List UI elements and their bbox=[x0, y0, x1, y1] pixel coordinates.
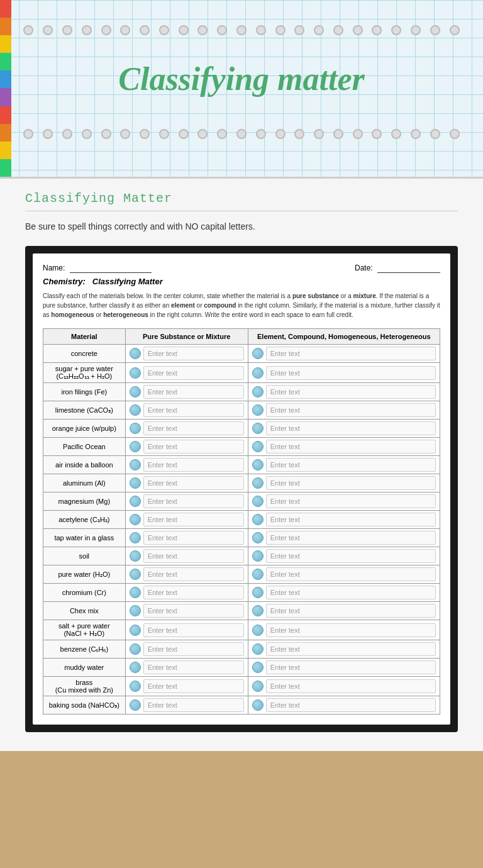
pure-substance-input-18[interactable] bbox=[143, 679, 244, 693]
element-compound-cell[interactable] bbox=[248, 547, 440, 565]
pure-substance-input-19[interactable] bbox=[143, 698, 244, 712]
pure-substance-input-9[interactable] bbox=[143, 513, 244, 526]
element-compound-input-16[interactable] bbox=[266, 642, 436, 656]
material-cell: sugar + pure water (C₁₂H₂₂O₁₁ + H₂O) bbox=[43, 363, 126, 383]
pure-substance-cell[interactable] bbox=[125, 696, 248, 715]
pure-substance-cell[interactable] bbox=[125, 565, 248, 584]
element-compound-cell[interactable] bbox=[248, 363, 440, 383]
element-compound-input-3[interactable] bbox=[266, 403, 436, 417]
pure-substance-input-8[interactable] bbox=[143, 494, 244, 508]
element-compound-cell[interactable] bbox=[248, 474, 440, 492]
circle-dot-icon bbox=[130, 662, 141, 673]
pure-substance-input-17[interactable] bbox=[143, 660, 244, 674]
pure-substance-cell[interactable] bbox=[125, 677, 248, 696]
element-compound-cell[interactable] bbox=[248, 696, 440, 715]
element-compound-input-6[interactable] bbox=[266, 458, 436, 472]
material-cell: chromium (Cr) bbox=[43, 584, 126, 602]
pure-substance-cell[interactable] bbox=[125, 474, 248, 492]
element-compound-cell[interactable] bbox=[248, 438, 440, 456]
pure-substance-cell[interactable] bbox=[125, 659, 248, 677]
element-compound-input-14[interactable] bbox=[266, 604, 436, 618]
material-cell: aluminum (Al) bbox=[43, 474, 126, 492]
element-compound-input-7[interactable] bbox=[266, 476, 436, 490]
circle-dot-icon bbox=[252, 459, 264, 470]
circle-dot-icon bbox=[130, 367, 141, 379]
element-compound-input-12[interactable] bbox=[266, 567, 436, 581]
pure-substance-input-12[interactable] bbox=[143, 567, 244, 581]
pure-substance-input-14[interactable] bbox=[143, 604, 244, 618]
pure-substance-cell[interactable] bbox=[125, 529, 248, 547]
pure-substance-cell[interactable] bbox=[125, 420, 248, 438]
element-compound-cell[interactable] bbox=[248, 345, 440, 363]
table-row: tap water in a glass bbox=[43, 529, 440, 547]
circle-dot-icon bbox=[252, 681, 264, 692]
pure-substance-input-7[interactable] bbox=[143, 476, 244, 490]
pure-substance-cell[interactable] bbox=[125, 345, 248, 363]
pure-substance-cell[interactable] bbox=[125, 602, 248, 620]
element-compound-input-1[interactable] bbox=[266, 366, 436, 380]
circle-dot-icon bbox=[130, 699, 141, 711]
table-row: aluminum (Al) bbox=[43, 474, 440, 492]
element-compound-input-5[interactable] bbox=[266, 440, 436, 453]
material-cell: orange juice (w/pulp) bbox=[43, 420, 126, 438]
element-compound-cell[interactable] bbox=[248, 383, 440, 401]
element-compound-cell[interactable] bbox=[248, 529, 440, 547]
element-compound-input-17[interactable] bbox=[266, 660, 436, 674]
element-compound-input-19[interactable] bbox=[266, 698, 436, 712]
pure-substance-cell[interactable] bbox=[125, 383, 248, 401]
material-cell: baking soda (NaHCO₃) bbox=[43, 696, 126, 715]
circle-dot-icon bbox=[130, 625, 141, 636]
element-compound-input-9[interactable] bbox=[266, 513, 436, 526]
circle-dot-icon bbox=[130, 587, 141, 598]
element-compound-input-8[interactable] bbox=[266, 494, 436, 508]
pure-substance-input-13[interactable] bbox=[143, 586, 244, 599]
pure-substance-input-3[interactable] bbox=[143, 403, 244, 417]
element-compound-input-15[interactable] bbox=[266, 623, 436, 637]
pure-substance-input-2[interactable] bbox=[143, 385, 244, 399]
pure-substance-cell[interactable] bbox=[125, 547, 248, 565]
element-compound-cell[interactable] bbox=[248, 659, 440, 677]
circle-dot-icon bbox=[252, 496, 264, 507]
subject-label: Chemistry: bbox=[43, 277, 86, 286]
element-compound-cell[interactable] bbox=[248, 565, 440, 584]
element-compound-input-10[interactable] bbox=[266, 531, 436, 545]
pure-substance-cell[interactable] bbox=[125, 640, 248, 659]
element-compound-input-0[interactable] bbox=[266, 347, 436, 360]
pure-substance-input-5[interactable] bbox=[143, 440, 244, 453]
pure-substance-cell[interactable] bbox=[125, 401, 248, 420]
material-cell: acetylene (C₂H₂) bbox=[43, 511, 126, 529]
pure-substance-cell[interactable] bbox=[125, 363, 248, 383]
pure-substance-input-11[interactable] bbox=[143, 549, 244, 563]
element-compound-cell[interactable] bbox=[248, 456, 440, 474]
element-compound-input-4[interactable] bbox=[266, 421, 436, 435]
element-compound-cell[interactable] bbox=[248, 584, 440, 602]
pure-substance-input-0[interactable] bbox=[143, 347, 244, 360]
pure-substance-cell[interactable] bbox=[125, 492, 248, 511]
element-compound-input-2[interactable] bbox=[266, 385, 436, 399]
element-compound-cell[interactable] bbox=[248, 620, 440, 640]
element-compound-input-13[interactable] bbox=[266, 586, 436, 599]
element-compound-cell[interactable] bbox=[248, 492, 440, 511]
pure-substance-input-10[interactable] bbox=[143, 531, 244, 545]
pure-substance-input-1[interactable] bbox=[143, 366, 244, 380]
table-row: magnesium (Mg) bbox=[43, 492, 440, 511]
element-compound-cell[interactable] bbox=[248, 677, 440, 696]
pure-substance-cell[interactable] bbox=[125, 584, 248, 602]
element-compound-cell[interactable] bbox=[248, 401, 440, 420]
element-compound-cell[interactable] bbox=[248, 602, 440, 620]
pure-substance-cell[interactable] bbox=[125, 511, 248, 529]
element-compound-cell[interactable] bbox=[248, 511, 440, 529]
pure-substance-input-4[interactable] bbox=[143, 421, 244, 435]
element-compound-cell[interactable] bbox=[248, 640, 440, 659]
pure-substance-input-16[interactable] bbox=[143, 642, 244, 656]
element-compound-cell[interactable] bbox=[248, 420, 440, 438]
table-row: air inside a balloon bbox=[43, 456, 440, 474]
pure-substance-input-6[interactable] bbox=[143, 458, 244, 472]
element-compound-input-11[interactable] bbox=[266, 549, 436, 563]
pure-substance-cell[interactable] bbox=[125, 438, 248, 456]
element-compound-input-18[interactable] bbox=[266, 679, 436, 693]
pure-substance-cell[interactable] bbox=[125, 456, 248, 474]
content-section: Classifying Matter Be sure to spell thin… bbox=[0, 179, 483, 751]
pure-substance-input-15[interactable] bbox=[143, 623, 244, 637]
pure-substance-cell[interactable] bbox=[125, 620, 248, 640]
